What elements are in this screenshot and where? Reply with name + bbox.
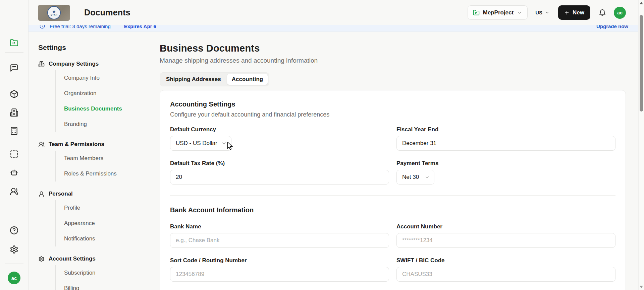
user-avatar[interactable]: ac xyxy=(614,7,626,19)
nav-group-label: Personal xyxy=(49,191,73,197)
trial-banner-content: Free trial: 3 days remaining Expires Apr… xyxy=(29,25,638,31)
nav-group-company-settings: Company Settings Company Info Organizati… xyxy=(38,60,142,132)
top-header: ★ STAR Documents MepProject US New ac xyxy=(29,0,638,25)
rail-divider xyxy=(5,52,23,53)
nav-item-business-documents[interactable]: Business Documents xyxy=(56,101,142,117)
calculator-icon[interactable] xyxy=(10,127,18,135)
gear-icon xyxy=(38,256,45,262)
header-divider xyxy=(77,7,77,18)
sort-code-input[interactable] xyxy=(170,267,389,282)
nav-group-team-permissions: Team & Permissions Team Members Roles & … xyxy=(38,141,142,182)
nav-item-organization[interactable]: Organization xyxy=(56,86,142,101)
tab-shipping-addresses[interactable]: Shipping Addresses xyxy=(161,74,226,85)
accounting-settings-heading: Accounting Settings xyxy=(170,100,615,108)
tab-bar: Shipping Addresses Accounting xyxy=(160,72,269,86)
project-selector[interactable]: MepProject xyxy=(468,5,528,20)
nav-item-branding[interactable]: Branding xyxy=(56,117,142,132)
nav-item-appearance[interactable]: Appearance xyxy=(56,216,142,231)
bank-name-label: Bank Name xyxy=(170,223,389,230)
nav-group-header-personal[interactable]: Personal xyxy=(38,190,142,198)
project-folder-icon[interactable] xyxy=(10,39,18,47)
payment-terms-value: Net 30 xyxy=(402,174,419,180)
nav-group-label: Team & Permissions xyxy=(49,141,104,148)
bank-fields-row-1: Bank Name Account Number xyxy=(170,214,615,248)
star-emblem-text: STAR xyxy=(51,14,58,16)
default-currency-label: Default Currency xyxy=(170,126,389,133)
settings-gear-icon[interactable] xyxy=(10,245,18,254)
nav-item-profile[interactable]: Profile xyxy=(56,200,142,216)
project-selector-label: MepProject xyxy=(483,9,514,16)
robot-icon[interactable] xyxy=(10,168,18,177)
nav-item-roles-permissions[interactable]: Roles & Permissions xyxy=(56,166,142,182)
selection-icon[interactable] xyxy=(10,150,18,158)
language-label: US xyxy=(535,10,542,15)
default-tax-rate-input[interactable] xyxy=(170,170,389,185)
upgrade-now-link[interactable]: Upgrade now xyxy=(596,25,628,29)
swift-code-input[interactable] xyxy=(396,267,615,282)
nav-item-subscription[interactable]: Subscription xyxy=(56,265,142,281)
field-fiscal-year-end: Fiscal Year End xyxy=(396,118,615,151)
nav-sublist: Profile Appearance Notifications xyxy=(55,200,142,246)
scrollbar-track[interactable] xyxy=(638,0,644,290)
scrollbar-thumb[interactable] xyxy=(640,15,643,112)
scrollbar-down-arrow[interactable] xyxy=(640,286,643,288)
card-divider xyxy=(170,195,615,196)
fiscal-year-end-input[interactable] xyxy=(396,136,615,151)
star-glyph: ★ xyxy=(52,9,56,14)
sidebar-avatar[interactable]: ac xyxy=(8,272,20,284)
nav-item-team-members[interactable]: Team Members xyxy=(56,151,142,166)
field-bank-name: Bank Name xyxy=(170,214,389,248)
page-title: Documents xyxy=(84,8,130,17)
bank-name-input[interactable] xyxy=(170,233,389,248)
account-number-input[interactable] xyxy=(396,233,615,248)
plus-icon xyxy=(564,10,570,15)
nav-group-header-company-settings[interactable]: Company Settings xyxy=(38,60,142,68)
chat-icon[interactable] xyxy=(10,64,18,72)
chevron-down-icon xyxy=(221,141,227,146)
nav-item-company-info[interactable]: Company Info xyxy=(56,70,142,86)
field-default-tax-rate: Default Tax Rate (%) xyxy=(170,151,389,185)
main-content: Business Documents Manage shipping addre… xyxy=(160,31,626,290)
fiscal-year-end-label: Fiscal Year End xyxy=(396,126,615,133)
icon-sidebar: ac xyxy=(0,0,29,290)
building-icon[interactable] xyxy=(10,108,18,117)
new-button[interactable]: New xyxy=(558,5,590,20)
tab-accounting[interactable]: Accounting xyxy=(227,74,268,85)
account-number-label: Account Number xyxy=(396,223,615,230)
company-logo-image[interactable]: ★ STAR xyxy=(38,5,70,21)
help-icon[interactable] xyxy=(10,226,18,235)
notifications-bell-icon[interactable] xyxy=(599,9,606,16)
nav-group-account-settings: Account Settings Subscription Billing xyxy=(38,255,142,290)
scrollbar-up-arrow[interactable] xyxy=(640,2,643,4)
bank-account-heading: Bank Account Information xyxy=(170,206,615,214)
language-selector[interactable]: US xyxy=(535,10,550,15)
accounting-card: Accounting Settings Configure your defau… xyxy=(160,90,626,290)
star-emblem: ★ STAR xyxy=(47,6,61,19)
swift-code-label: SWIFT / BIC Code xyxy=(396,257,615,264)
settings-nav: Settings Company Settings Company Info O… xyxy=(38,31,142,290)
chevron-down-icon xyxy=(545,10,550,15)
field-swift-code: SWIFT / BIC Code xyxy=(396,248,615,282)
nav-item-billing[interactable]: Billing xyxy=(56,281,142,290)
payment-terms-select[interactable]: Net 30 xyxy=(396,170,434,185)
accounting-fields-row-2: Default Tax Rate (%) Payment Terms Net 3… xyxy=(170,151,615,185)
default-tax-rate-label: Default Tax Rate (%) xyxy=(170,160,389,167)
nav-group-personal: Personal Profile Appearance Notification… xyxy=(38,190,142,246)
chevron-down-icon xyxy=(425,175,430,180)
package-icon[interactable] xyxy=(10,90,18,98)
nav-sublist: Company Info Organization Business Docum… xyxy=(55,70,142,132)
default-currency-select[interactable]: USD - US Dollar xyxy=(170,136,231,151)
nav-item-notifications[interactable]: Notifications xyxy=(56,231,142,246)
header-actions: MepProject US New ac xyxy=(468,5,626,20)
nav-group-header-account-settings[interactable]: Account Settings xyxy=(38,255,142,263)
section-subtitle: Manage shipping addresses and accounting… xyxy=(160,57,626,64)
default-currency-value: USD - US Dollar xyxy=(176,140,217,147)
nav-group-label: Account Settings xyxy=(49,256,96,262)
trial-expires-text: Expires Apr 6 xyxy=(124,25,156,29)
team-icon[interactable] xyxy=(10,187,18,196)
user-icon xyxy=(38,191,45,197)
project-folder-icon xyxy=(473,9,480,16)
nav-group-header-team-permissions[interactable]: Team & Permissions xyxy=(38,141,142,148)
trial-banner: Free trial: 3 days remaining Expires Apr… xyxy=(29,25,638,31)
field-account-number: Account Number xyxy=(396,214,615,248)
